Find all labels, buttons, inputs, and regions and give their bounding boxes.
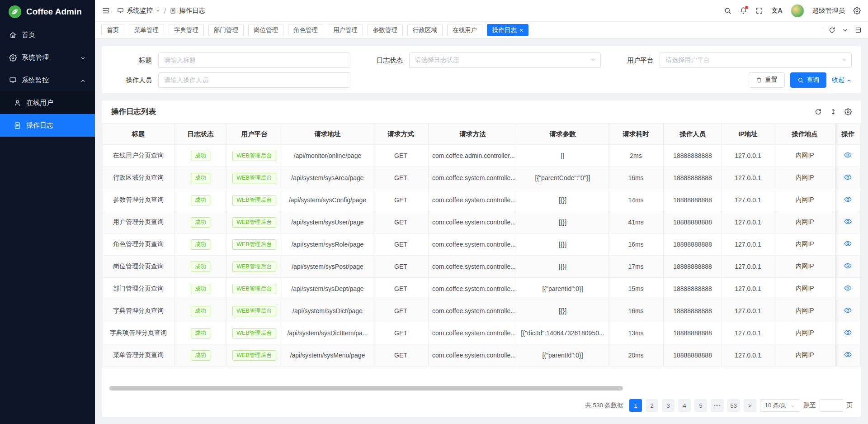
- menu-fold-icon[interactable]: [102, 7, 110, 14]
- bell-icon[interactable]: [740, 7, 747, 14]
- tab-2[interactable]: 字典管理: [169, 24, 204, 36]
- cell-operator: 18888888888: [664, 300, 722, 322]
- settings-gear-icon[interactable]: [853, 7, 861, 14]
- page-size-select[interactable]: 10 条/页: [760, 399, 800, 412]
- tab-label: 行政区域: [413, 26, 437, 34]
- page-button-4[interactable]: 4: [678, 399, 691, 412]
- platform-badge: WEB管理后台: [232, 173, 276, 183]
- view-detail-button[interactable]: [844, 306, 852, 314]
- horizontal-scrollbar: [109, 386, 854, 391]
- scrollbar-thumb[interactable]: [109, 386, 623, 391]
- tab-6[interactable]: 用户管理: [328, 24, 363, 36]
- reset-button[interactable]: 重置: [749, 72, 785, 88]
- view-detail-button[interactable]: [844, 329, 852, 336]
- page-button-1[interactable]: 1: [629, 399, 642, 412]
- page-ellipsis[interactable]: •••: [711, 399, 724, 412]
- search-button-label: 查询: [807, 76, 819, 84]
- column-settings-gear-icon[interactable]: [844, 108, 852, 115]
- tab-3[interactable]: 部门管理: [208, 24, 244, 36]
- tab-0[interactable]: 首页: [101, 24, 124, 36]
- breadcrumb-item-operation-log: 操作日志: [170, 6, 205, 15]
- cell-platform: WEB管理后台: [227, 322, 282, 344]
- sidebar-item-system-management[interactable]: 系统管理: [0, 46, 95, 69]
- avatar[interactable]: [791, 4, 804, 18]
- view-detail-button[interactable]: [844, 262, 852, 270]
- search-button[interactable]: 查询: [790, 72, 826, 88]
- cell-platform: WEB管理后台: [227, 256, 282, 278]
- next-page-button[interactable]: >: [744, 399, 756, 412]
- view-detail-button[interactable]: [844, 240, 852, 248]
- tabbar: 首页菜单管理字典管理部门管理岗位管理角色管理用户管理参数管理行政区域在线用户操作…: [95, 22, 868, 39]
- view-detail-button[interactable]: [844, 195, 852, 203]
- column-header: 日志状态: [175, 124, 227, 145]
- cell-location: 内网IP: [774, 344, 835, 367]
- breadcrumb-label: 操作日志: [179, 6, 205, 15]
- tab-8[interactable]: 行政区域: [407, 24, 443, 36]
- layout-icon[interactable]: [855, 27, 862, 33]
- refresh-icon[interactable]: [829, 27, 835, 33]
- cell-url: /api/system/sysUser/page: [282, 211, 373, 233]
- cell-method: GET: [373, 322, 429, 344]
- fullscreen-icon[interactable]: [755, 7, 763, 14]
- tab-label: 操作日志: [492, 26, 517, 34]
- status-badge: 成功: [191, 262, 210, 272]
- log-status-select[interactable]: 请选择日志状态: [409, 52, 601, 68]
- search-icon[interactable]: [724, 7, 731, 14]
- user-platform-select[interactable]: 请选择用户平台: [660, 52, 852, 68]
- close-icon[interactable]: ×: [519, 27, 523, 33]
- sidebar-item-home[interactable]: 首页: [0, 24, 95, 46]
- tab-10[interactable]: 操作日志×: [487, 24, 528, 36]
- chevron-down-icon[interactable]: [842, 27, 849, 33]
- sidebar-item-online-users[interactable]: 在线用户: [0, 91, 95, 114]
- cell-params: [{"parentId":0}]: [517, 278, 609, 300]
- table-header-row: 标题日志状态用户平台请求地址请求方式请求方法请求参数请求耗时操作人员IP地址操作…: [103, 124, 861, 145]
- cell-title: 字典项管理分页查询: [103, 322, 175, 344]
- cell-operator: 18888888888: [664, 145, 722, 167]
- tab-7[interactable]: 参数管理: [368, 24, 403, 36]
- page-button-2[interactable]: 2: [646, 399, 658, 412]
- operator-input[interactable]: [158, 72, 350, 88]
- sidebar-item-system-monitor[interactable]: 系统监控: [0, 69, 95, 91]
- density-icon[interactable]: [830, 108, 837, 115]
- cell-location: 内网IP: [774, 167, 835, 189]
- cell-title: 行政区域分页查询: [103, 167, 175, 189]
- breadcrumb-item-monitor[interactable]: 系统监控: [117, 6, 160, 15]
- page-button-5[interactable]: 5: [694, 399, 707, 412]
- title-input[interactable]: [158, 52, 350, 68]
- app-logo[interactable]: Coffee Admin: [0, 0, 95, 24]
- sidebar-item-label: 系统监控: [22, 76, 49, 85]
- jump-page-input[interactable]: [820, 399, 843, 412]
- trash-icon: [756, 77, 762, 83]
- eye-icon: [844, 262, 852, 270]
- view-detail-button[interactable]: [844, 173, 852, 181]
- view-detail-button[interactable]: [844, 351, 852, 358]
- cell-action: [835, 167, 861, 189]
- view-detail-button[interactable]: [844, 151, 852, 159]
- cell-location: 内网IP: [774, 256, 835, 278]
- collapse-toggle[interactable]: 收起: [832, 76, 852, 84]
- cell-url: /api/system/sysDict/page: [282, 300, 373, 322]
- tab-4[interactable]: 岗位管理: [248, 24, 283, 36]
- tab-1[interactable]: 菜单管理: [129, 24, 164, 36]
- cell-duration: 16ms: [609, 300, 664, 322]
- cell-operator: 18888888888: [664, 167, 722, 189]
- cell-platform: WEB管理后台: [227, 211, 282, 233]
- cell-ip: 127.0.0.1: [722, 233, 774, 256]
- cell-title: 参数管理分页查询: [103, 189, 175, 211]
- tab-5[interactable]: 角色管理: [288, 24, 323, 36]
- view-detail-button[interactable]: [844, 284, 852, 292]
- page-button-3[interactable]: 3: [662, 399, 675, 412]
- tab-9[interactable]: 在线用户: [447, 24, 482, 36]
- cell-method: GET: [373, 211, 429, 233]
- cell-url: /api/system/sysDictItem/pa...: [282, 322, 373, 344]
- user-name[interactable]: 超级管理员: [812, 6, 845, 15]
- document-icon: [14, 121, 21, 130]
- cell-status: 成功: [175, 300, 227, 322]
- refresh-icon[interactable]: [815, 108, 822, 115]
- sidebar-item-operation-log[interactable]: 操作日志: [0, 114, 95, 137]
- translate-icon[interactable]: 文A: [771, 7, 782, 15]
- cell-action: [835, 256, 861, 278]
- page-button-53[interactable]: 53: [727, 399, 740, 412]
- view-detail-button[interactable]: [844, 218, 852, 225]
- cell-ip: 127.0.0.1: [722, 344, 774, 367]
